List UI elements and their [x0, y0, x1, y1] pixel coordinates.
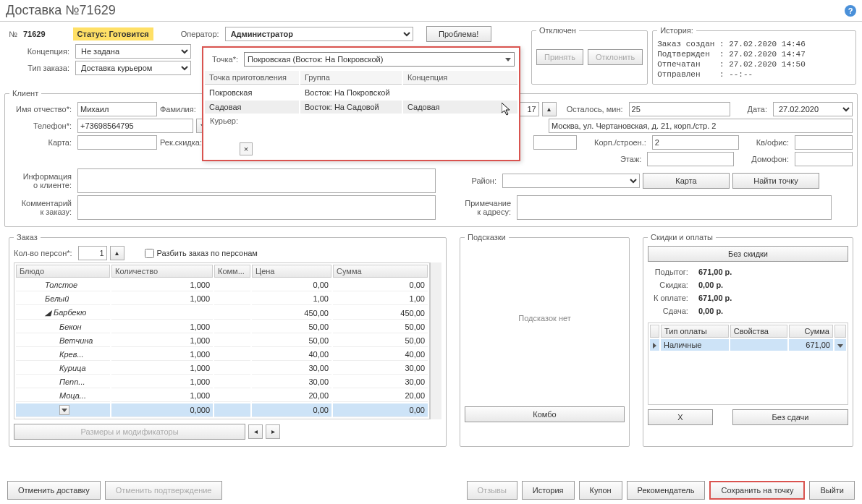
point-select[interactable]: Покровская (Восток: На Покровской) [244, 52, 515, 67]
card-label: Карта: [9, 138, 75, 147]
topay-label: К оплате: [649, 292, 693, 304]
persons-input[interactable] [78, 246, 107, 260]
save-to-point-button[interactable]: Сохранить на точку [709, 481, 805, 500]
floor-input[interactable] [647, 152, 734, 166]
findpoint-button[interactable]: Найти точку [732, 173, 819, 189]
order-fieldset: Заказ Кол-во персон*: ▴ Разбить заказ по… [9, 233, 447, 447]
point-label: Точка*: [208, 55, 241, 64]
remain-input[interactable] [629, 102, 730, 116]
chevron-down-icon [505, 58, 511, 61]
point-option-row[interactable]: ПокровскаяВосток: На Покровской [205, 86, 517, 99]
hints-legend: Подсказки [465, 233, 509, 242]
accept-button[interactable]: Принять [536, 49, 583, 65]
spinner-up-icon[interactable]: ▴ [542, 102, 557, 116]
card-input[interactable] [77, 135, 157, 150]
name-input[interactable] [77, 102, 157, 116]
order-item-row[interactable]: Крев...1,00040,0040,00 [16, 349, 428, 361]
client-info-textarea[interactable] [77, 168, 436, 193]
x-button[interactable]: X [648, 409, 713, 425]
address-note-textarea[interactable] [517, 195, 832, 220]
info-label2: о клиенте: [9, 181, 75, 189]
point-option-row[interactable]: СадоваяВосток: На СадовойСадовая [205, 101, 517, 114]
close-icon[interactable]: × [240, 142, 253, 155]
split-checkbox[interactable] [145, 249, 154, 258]
history-text: Заказ создан : 27.02.2020 14:46 Подтверж… [657, 39, 851, 80]
status-badge: Статус: Готовится [73, 27, 153, 40]
subtotal-value: 671,00 р. [694, 266, 736, 278]
prim-label2: к адресу: [456, 208, 514, 216]
selected-row[interactable]: 0,0000,000,00 [16, 403, 428, 417]
kv-input[interactable] [795, 135, 853, 150]
discount-value: 0,00 р. [694, 279, 736, 291]
cancel-confirm-button[interactable]: Отменить подтверждение [105, 481, 223, 500]
address-input[interactable] [549, 119, 853, 133]
order-item-row[interactable]: Ветчина1,00050,0050,00 [16, 335, 428, 347]
order-legend: Заказ [14, 233, 41, 242]
comment-label2: к заказу: [9, 208, 75, 216]
comment-label: Комментарий [9, 199, 75, 208]
nochange-button[interactable]: Без сдачи [732, 409, 848, 425]
payments-table[interactable]: Тип оплатыСвойстваСумма Наличные671,00 [648, 323, 848, 405]
cancel-delivery-button[interactable]: Отменить доставку [7, 481, 101, 500]
payment-row[interactable]: Наличные671,00 [650, 339, 846, 351]
help-icon[interactable]: ? [845, 5, 856, 17]
scrollbar[interactable] [430, 262, 441, 419]
col-comm: Комм... [214, 265, 250, 278]
nodisc-button[interactable]: Без скидки [648, 246, 848, 262]
ordertype-label: Тип заказа: [6, 64, 72, 72]
next-button[interactable]: ▸ [266, 424, 280, 439]
prim-label: Примечание [456, 199, 514, 208]
order-item-row[interactable]: Толстое1,0000,000,00 [16, 279, 428, 291]
reviews-button[interactable]: Отзывы [467, 481, 517, 500]
row-dropdown-icon[interactable] [59, 405, 69, 415]
korp-label: Корп./строен.: [594, 138, 649, 147]
persons-spinner[interactable]: ▴ [110, 246, 124, 260]
combo-button[interactable]: Комбо [465, 406, 625, 422]
hints-empty: Подсказок нет [465, 246, 625, 390]
col-dish: Блюдо [16, 265, 110, 278]
street-extra-input[interactable] [533, 135, 577, 150]
order-item-row[interactable]: ◢Барбекю450,00450,00 [16, 307, 428, 320]
order-item-row[interactable]: Моца...1,00020,0020,00 [16, 390, 428, 402]
hints-fieldset: Подсказки Подсказок нет Комбо [460, 233, 630, 447]
date-select[interactable]: 27.02.2020 [773, 102, 853, 116]
col-qty: Количество [111, 265, 213, 278]
order-number: 71629 [23, 30, 46, 38]
col-price: Цена [252, 265, 331, 278]
phone-input[interactable] [77, 119, 193, 133]
order-comment-textarea[interactable] [77, 195, 436, 220]
order-item-row[interactable]: Пепп...1,00030,0030,00 [16, 376, 428, 388]
rayon-select[interactable] [502, 174, 640, 188]
operator-select[interactable]: Администратор [225, 27, 413, 41]
order-item-row[interactable]: Курица1,00030,0030,00 [16, 362, 428, 375]
order-items-table[interactable]: Блюдо Количество Комм... Цена Сумма Толс… [14, 262, 430, 419]
order-item-row[interactable]: Бекон1,00050,0050,00 [16, 321, 428, 333]
order-item-row[interactable]: Белый1,0001,001,00 [16, 293, 428, 305]
discounts-legend: Скидки и оплаты [648, 233, 716, 242]
row-marker-icon [653, 343, 656, 349]
coupon-button[interactable]: Купон [579, 481, 622, 500]
mods-button[interactable]: Размеры и модификаторы [14, 424, 245, 440]
col-concept: Концепция [403, 71, 517, 85]
phone-label: Телефон*: [9, 121, 75, 130]
remain-label: Осталось, мин: [567, 105, 626, 114]
time-input[interactable] [517, 102, 539, 116]
change-label: Сдача: [649, 305, 693, 317]
ordertype-select[interactable]: Доставка курьером [75, 61, 191, 75]
recommend-button[interactable]: Рекомендатель [627, 481, 706, 500]
decline-button[interactable]: Отклонить [588, 49, 643, 65]
history-button[interactable]: История [522, 481, 575, 500]
kv-label: Кв/офис: [756, 138, 792, 147]
history-legend: История: [657, 26, 696, 35]
exit-button[interactable]: Выйти [809, 481, 855, 500]
name-label: Имя отчество*: [9, 105, 75, 114]
window-title: Доставка №71629 [6, 3, 116, 18]
concept-select[interactable]: Не задана [75, 44, 191, 59]
map-button[interactable]: Карта [643, 173, 730, 189]
chevron-down-icon[interactable] [837, 344, 843, 348]
persons-label: Кол-во персон*: [14, 249, 75, 257]
domofon-input[interactable] [795, 152, 853, 166]
problem-button[interactable]: Проблема! [426, 26, 491, 42]
prev-button[interactable]: ◂ [248, 424, 263, 439]
korp-input[interactable] [652, 135, 739, 150]
